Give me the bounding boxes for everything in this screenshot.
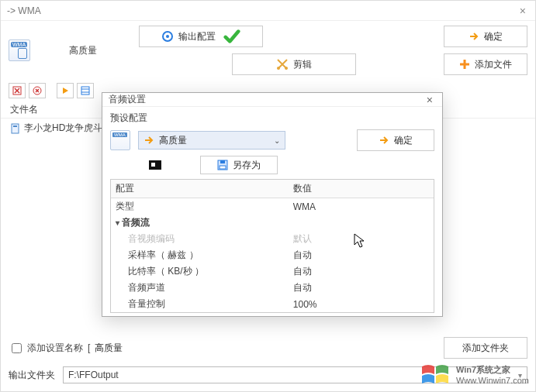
table-section[interactable]: 音频流 — [111, 215, 434, 231]
svg-rect-9 — [13, 126, 17, 127]
output-folder-select[interactable]: F:\FFOutput ▾ — [63, 366, 527, 383]
top-row: 高质量 输出配置 剪辑 确定 添加文件 — [1, 21, 535, 80]
file-icon — [10, 123, 21, 134]
table-row[interactable]: 音量控制100% — [111, 296, 434, 312]
remove-icon — [12, 86, 22, 95]
edit-button-label: 剪辑 — [293, 58, 312, 71]
add-setting-checkbox[interactable] — [12, 343, 22, 353]
audio-settings-dialog: 音频设置 × 预设配置 高质量 ⌄ 确定 — [102, 92, 443, 317]
table-row[interactable]: 音视频编码默认 — [111, 231, 434, 247]
titlebar: -> WMA × — [1, 1, 535, 21]
bottom-area: 添加设置名称 [ 高质量 添加文件夹 输出文件夹 F:\FFOutput ▾ — [9, 337, 527, 383]
svg-point-2 — [277, 67, 280, 70]
table-row[interactable]: 比特率（ KB/秒 ）自动 — [111, 263, 434, 280]
wma-format-icon — [110, 130, 130, 150]
info-button[interactable] — [77, 83, 94, 98]
output-folder-value: F:\FFOutput — [68, 370, 119, 380]
checkmark-icon — [223, 28, 240, 45]
arrow-right-icon — [379, 135, 389, 146]
dialog-close-icon[interactable]: × — [424, 94, 436, 106]
dialog-ok-button[interactable]: 确定 — [357, 129, 434, 151]
arrow-right-icon — [144, 135, 154, 146]
add-setting-label-text: 添加设置名称 — [27, 342, 83, 355]
table-header-config: 配置 — [111, 180, 289, 198]
edit-button[interactable]: 剪辑 — [232, 53, 356, 75]
console-icon — [149, 160, 161, 170]
floppy-icon — [217, 160, 228, 170]
table-row[interactable]: 音频声道自动 — [111, 280, 434, 296]
cross-icon — [33, 86, 42, 95]
output-config-label: 输出配置 — [178, 30, 216, 43]
dialog-ok-label: 确定 — [394, 134, 413, 147]
add-folder-button[interactable]: 添加文件夹 — [444, 337, 527, 359]
close-icon[interactable]: × — [517, 5, 529, 17]
add-folder-label: 添加文件夹 — [462, 342, 509, 355]
scissors-icon — [276, 58, 289, 70]
play-button[interactable] — [57, 83, 74, 98]
svg-point-3 — [285, 67, 288, 70]
file-name: 李小龙HD龙争虎斗.m — [24, 122, 113, 135]
main-window: -> WMA × 高质量 输出配置 剪辑 确定 添加文件 — [0, 0, 536, 392]
chevron-down-icon: ▾ — [518, 371, 522, 380]
save-as-label: 另存为 — [233, 159, 261, 172]
table-row[interactable]: 类型WMA — [111, 198, 434, 215]
preset-select-value: 高质量 — [159, 134, 187, 147]
add-setting-value: 高质量 — [95, 342, 123, 355]
quality-label: 高质量 — [69, 44, 131, 57]
ok-button-label: 确定 — [484, 30, 503, 43]
table-header-value: 数值 — [289, 180, 434, 198]
table-row[interactable]: 采样率（ 赫兹 ）自动 — [111, 247, 434, 263]
plus-icon — [459, 59, 470, 70]
arrow-right-icon — [469, 31, 479, 42]
grid-icon — [81, 86, 90, 95]
play-icon — [61, 86, 70, 95]
clear-all-button[interactable] — [29, 83, 46, 98]
svg-rect-7 — [81, 87, 89, 95]
svg-point-1 — [166, 35, 169, 38]
add-file-label: 添加文件 — [475, 58, 512, 71]
svg-rect-12 — [220, 166, 226, 169]
add-setting-row: 添加设置名称 [ 高质量 添加文件夹 — [9, 337, 527, 359]
svg-rect-11 — [220, 160, 225, 163]
dialog-title: 音频设置 — [109, 93, 146, 106]
output-folder-label: 输出文件夹 — [9, 369, 55, 382]
svg-marker-6 — [63, 88, 68, 94]
settings-table[interactable]: 配置 数值 类型WMA音频流音视频编码默认采样率（ 赫兹 ）自动比特率（ KB/… — [110, 179, 434, 313]
dialog-header: 音频设置 × — [102, 93, 442, 107]
output-config-button[interactable]: 输出配置 — [139, 26, 263, 47]
delete-item-button[interactable] — [9, 83, 26, 98]
swirl-icon — [161, 30, 174, 43]
window-title: -> WMA — [7, 5, 41, 16]
add-setting-checkbox-label[interactable]: 添加设置名称 — [9, 341, 83, 356]
wma-format-icon — [9, 40, 30, 61]
output-folder-row: 输出文件夹 F:\FFOutput ▾ — [9, 366, 527, 383]
preset-label: 预设配置 — [110, 112, 434, 125]
save-as-button[interactable]: 另存为 — [200, 156, 278, 174]
add-file-button[interactable]: 添加文件 — [444, 53, 527, 75]
chevron-down-icon: ⌄ — [274, 136, 280, 145]
ok-button[interactable]: 确定 — [444, 26, 527, 47]
svg-rect-8 — [12, 124, 19, 133]
preset-select[interactable]: 高质量 ⌄ — [138, 131, 285, 150]
